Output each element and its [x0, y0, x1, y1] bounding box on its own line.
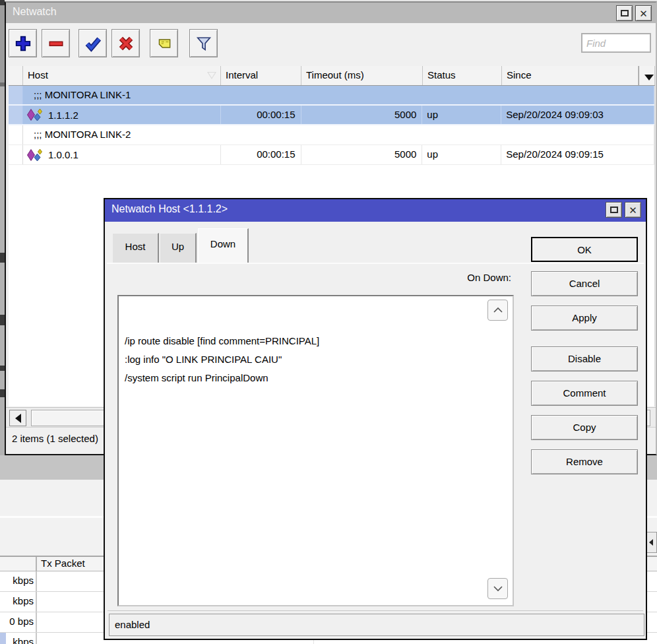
- table-row[interactable]: 1.1.1.200:00:155000upSep/20/2024 09:09:0…: [9, 106, 654, 125]
- plus-icon: [15, 35, 32, 52]
- tab-host[interactable]: Host: [113, 233, 159, 263]
- chevron-down-icon: [493, 585, 503, 592]
- status-column-header[interactable]: Status: [423, 66, 502, 85]
- x-icon: [117, 35, 135, 52]
- remove-button[interactable]: [42, 29, 70, 57]
- interval-cell: 00:00:15: [221, 145, 301, 164]
- scroll-left-button[interactable]: [9, 410, 26, 426]
- divider: [107, 263, 644, 264]
- filter-button[interactable]: [189, 29, 218, 57]
- netwatch-titlebar[interactable]: Netwatch ✕: [6, 3, 656, 23]
- comment-button[interactable]: Comment: [531, 381, 638, 406]
- on-down-script-textarea[interactable]: /ip route disable [find comment=PRINCIPA…: [117, 295, 514, 606]
- tab-up[interactable]: Up: [160, 233, 197, 263]
- dialog-maximize-button[interactable]: [606, 202, 622, 218]
- find-input[interactable]: [581, 33, 651, 53]
- host-cell: 1.0.0.1: [23, 145, 221, 164]
- divider: [108, 610, 643, 611]
- interval-column-header[interactable]: Interval: [221, 66, 301, 85]
- table-row[interactable]: ;;; MONITORA LINK-1: [9, 86, 654, 106]
- disable-button[interactable]: [111, 29, 140, 57]
- sort-icon: [207, 72, 216, 79]
- dialog-close-button[interactable]: ✕: [625, 202, 641, 218]
- rate-cell: kbps: [0, 592, 37, 612]
- enable-button[interactable]: [78, 29, 107, 57]
- tab-down[interactable]: Down: [198, 228, 249, 263]
- close-icon: ✕: [639, 9, 648, 18]
- copy-button[interactable]: Copy: [531, 415, 638, 440]
- add-button[interactable]: [9, 29, 37, 57]
- netwatch-table-header: Host Interval Timeout (ms) Status Since: [9, 66, 655, 86]
- close-button[interactable]: ✕: [635, 5, 652, 21]
- row-selector: [9, 86, 23, 104]
- rate-cell: 0 bps: [0, 612, 37, 632]
- left-arrow-icon: [15, 414, 21, 423]
- timeout-cell: 5000: [301, 145, 423, 164]
- note-icon: [156, 35, 173, 52]
- left-arrow-icon: [649, 539, 653, 546]
- maximize-icon: [621, 10, 629, 16]
- comment-button[interactable]: [150, 29, 178, 57]
- on-down-label: On Down:: [467, 272, 511, 283]
- script-text: /ip route disable [find comment=PRINCIPA…: [125, 332, 484, 387]
- disable-button[interactable]: Disable: [531, 346, 638, 371]
- column-dropdown-button[interactable]: [639, 66, 655, 85]
- winbox-desktop: Tx Packet kbpskbps0 bpskbps Netwatch ✕: [0, 0, 657, 644]
- row-selector: [9, 145, 23, 164]
- dialog-status-bar: enabled: [109, 614, 644, 636]
- background-window-edge: [0, 0, 5, 455]
- funnel-icon: [195, 34, 213, 53]
- maximize-button[interactable]: [616, 5, 633, 21]
- close-icon: ✕: [629, 205, 637, 215]
- row-selector: [9, 125, 23, 145]
- since-column-header[interactable]: Since: [502, 66, 639, 85]
- status-cell: up: [422, 106, 501, 124]
- dialog-title: Netwatch Host <1.1.1.2>: [111, 203, 228, 215]
- minus-icon: [47, 35, 65, 52]
- comment-row-text: ;;; MONITORA LINK-1: [23, 86, 654, 104]
- maximize-icon: [610, 207, 618, 213]
- remove-button[interactable]: Remove: [531, 449, 638, 474]
- background-scroll-left-button[interactable]: [646, 532, 657, 553]
- row-selector: [9, 106, 23, 124]
- dialog-titlebar[interactable]: Netwatch Host <1.1.1.2> ✕: [105, 199, 646, 222]
- host-cell: 1.1.1.2: [23, 106, 221, 124]
- check-icon: [84, 35, 102, 52]
- cancel-button[interactable]: Cancel: [531, 271, 638, 296]
- netwatch-window-title: Netwatch: [13, 6, 57, 18]
- scroll-up-button[interactable]: [487, 300, 508, 321]
- comment-row-text: ;;; MONITORA LINK-2: [23, 125, 654, 145]
- table-row[interactable]: 1.0.0.100:00:155000upSep/20/2024 09:09:1…: [9, 145, 654, 165]
- apply-button[interactable]: Apply: [531, 306, 638, 331]
- scroll-down-button[interactable]: [487, 578, 508, 599]
- since-cell: Sep/20/2024 09:09:03: [501, 106, 654, 124]
- table-row[interactable]: ;;; MONITORA LINK-2: [9, 125, 654, 145]
- rate-cell: kbps: [0, 571, 37, 591]
- chevron-down-icon: [644, 75, 654, 80]
- timeout-column-header[interactable]: Timeout (ms): [301, 66, 423, 85]
- netwatch-host-icon: [26, 108, 44, 121]
- row-selector-column-header[interactable]: [9, 66, 23, 85]
- netwatch-host-icon: [26, 148, 44, 162]
- timeout-cell: 5000: [301, 106, 423, 124]
- status-cell: up: [422, 145, 501, 164]
- chevron-up-icon: [493, 307, 503, 313]
- selected-row-fragment: [0, 633, 6, 644]
- ok-button[interactable]: OK: [531, 237, 638, 262]
- traffic-rate-column-header[interactable]: [0, 557, 37, 571]
- host-column-header[interactable]: Host: [23, 66, 221, 85]
- netwatch-host-dialog: Netwatch Host <1.1.1.2> ✕ Host Up Down O…: [104, 198, 647, 640]
- since-cell: Sep/20/2024 09:09:15: [501, 145, 654, 164]
- interval-cell: 00:00:15: [221, 106, 301, 124]
